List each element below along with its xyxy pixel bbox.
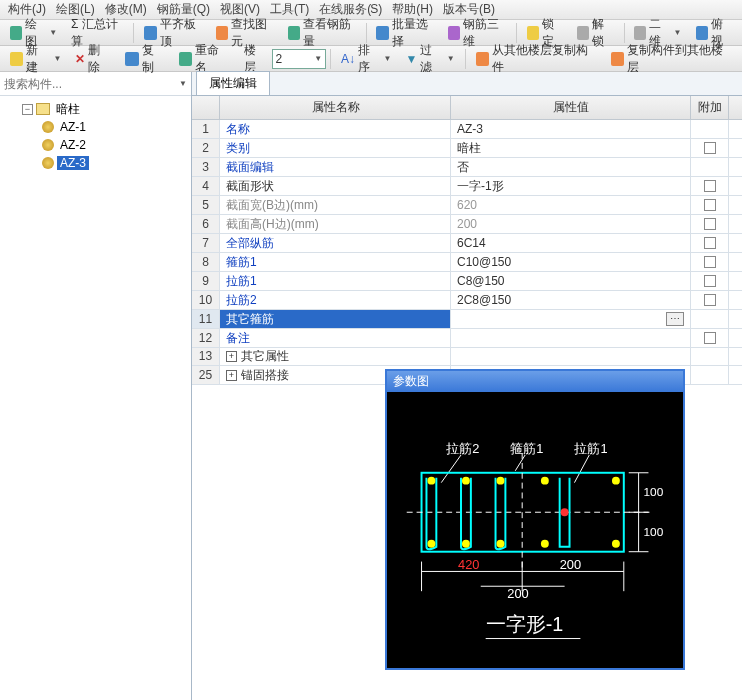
- tree-item-label: AZ-1: [57, 120, 89, 134]
- property-row[interactable]: 3截面编辑否: [192, 158, 742, 177]
- checkbox[interactable]: [704, 199, 716, 211]
- extra-cell: [691, 215, 729, 233]
- property-name: 备注: [220, 329, 451, 347]
- property-row[interactable]: 12备注: [192, 329, 742, 348]
- svg-point-13: [612, 477, 620, 485]
- svg-text:100: 100: [644, 485, 664, 499]
- property-row[interactable]: 7全部纵筋6C14: [192, 234, 742, 253]
- name-header: 属性名称: [220, 96, 451, 119]
- component-tree: − 暗柱 AZ-1 AZ-2 AZ-3: [0, 96, 191, 700]
- property-row[interactable]: 5截面宽(B边)(mm)620: [192, 196, 742, 215]
- property-value[interactable]: 6C14: [451, 234, 691, 252]
- import-icon: [476, 52, 490, 66]
- row-number: 5: [192, 196, 220, 214]
- extra-cell: [691, 348, 729, 365]
- svg-point-9: [427, 477, 435, 485]
- toolbar-item: 新建▼ ✕删除 复制 重命名 楼层 2▼ A↓排序▼ ▼过滤▼ 从其他楼层复制构…: [0, 46, 742, 72]
- property-row[interactable]: 4截面形状一字-1形: [192, 177, 742, 196]
- ellipsis-button[interactable]: ⋯: [666, 312, 684, 326]
- checkbox[interactable]: [704, 218, 716, 230]
- row-number: 6: [192, 215, 220, 233]
- checkbox[interactable]: [704, 275, 716, 287]
- extra-cell: [691, 196, 729, 214]
- svg-point-11: [497, 477, 505, 485]
- property-name: 截面高(H边)(mm): [220, 215, 451, 233]
- property-row[interactable]: 8箍筋1C10@150: [192, 253, 742, 272]
- extra-cell: [691, 366, 729, 384]
- row-number-header: [192, 96, 220, 119]
- property-value[interactable]: 200: [451, 215, 691, 233]
- property-value[interactable]: 一字-1形: [451, 177, 691, 195]
- row-number: 3: [192, 158, 220, 176]
- extra-cell: [691, 120, 729, 138]
- checkbox[interactable]: [704, 256, 716, 268]
- property-value[interactable]: 暗柱: [451, 139, 691, 157]
- extra-cell: [691, 291, 729, 309]
- property-row[interactable]: 13+其它属性: [192, 348, 742, 366]
- extra-cell: [691, 272, 729, 290]
- property-value[interactable]: [451, 348, 691, 365]
- tree-item[interactable]: AZ-1: [2, 118, 189, 136]
- checkbox[interactable]: [704, 142, 716, 154]
- row-number: 1: [192, 120, 220, 138]
- svg-text:拉筋1: 拉筋1: [574, 441, 607, 456]
- property-row[interactable]: 10拉筋22C8@150: [192, 291, 742, 310]
- tree-item[interactable]: AZ-2: [2, 136, 189, 154]
- property-value[interactable]: 2C8@150: [451, 291, 691, 309]
- row-number: 11: [192, 310, 220, 328]
- collapse-icon[interactable]: −: [22, 104, 33, 115]
- property-row[interactable]: 9拉筋1C8@150: [192, 272, 742, 291]
- checkbox[interactable]: [704, 237, 716, 249]
- value-header: 属性值: [451, 96, 691, 119]
- property-name: 全部纵筋: [220, 234, 451, 252]
- property-value[interactable]: AZ-3: [451, 120, 691, 138]
- search-bar: ▼: [0, 72, 191, 96]
- property-value[interactable]: C8@150: [451, 272, 691, 290]
- checkbox[interactable]: [704, 332, 716, 344]
- floor-select[interactable]: 2▼: [272, 49, 327, 69]
- dropdown-icon[interactable]: ▼: [179, 79, 187, 88]
- folder-icon: [36, 103, 50, 115]
- property-value[interactable]: 否: [451, 158, 691, 176]
- gear-icon: [42, 157, 54, 169]
- property-value[interactable]: 620: [451, 196, 691, 214]
- expand-icon[interactable]: +: [226, 351, 237, 362]
- row-number: 13: [192, 348, 220, 365]
- pencil-icon: [10, 26, 22, 40]
- property-name: 其它箍筋: [220, 310, 451, 328]
- property-row[interactable]: 1名称AZ-3: [192, 120, 742, 139]
- svg-point-16: [497, 540, 505, 548]
- extra-cell: [691, 329, 729, 347]
- property-value[interactable]: [451, 329, 691, 347]
- svg-line-4: [515, 455, 525, 471]
- tab-strip: 属性编辑: [192, 72, 742, 96]
- property-name: 拉筋1: [220, 272, 451, 290]
- expand-icon[interactable]: +: [226, 370, 237, 381]
- unlock-icon: [577, 26, 589, 40]
- tab-properties[interactable]: 属性编辑: [196, 71, 270, 95]
- row-number: 25: [192, 366, 220, 384]
- property-value[interactable]: ⋯: [451, 310, 691, 328]
- lock-icon: [527, 26, 539, 40]
- svg-point-19: [561, 508, 569, 516]
- new-icon: [10, 52, 23, 66]
- row-number: 4: [192, 177, 220, 195]
- copy-icon: [125, 52, 139, 66]
- property-row[interactable]: 6截面高(H边)(mm)200: [192, 215, 742, 234]
- select-icon: [376, 26, 388, 40]
- property-name: 名称: [220, 120, 451, 138]
- property-name: 拉筋2: [220, 291, 451, 309]
- property-row[interactable]: 2类别暗柱: [192, 139, 742, 158]
- row-number: 12: [192, 329, 220, 347]
- checkbox[interactable]: [704, 180, 716, 192]
- property-row[interactable]: 11其它箍筋⋯: [192, 310, 742, 329]
- tree-item[interactable]: AZ-3: [2, 154, 189, 172]
- property-value[interactable]: C10@150: [451, 253, 691, 271]
- property-name: +其它属性: [220, 348, 451, 365]
- search-input[interactable]: [4, 77, 178, 91]
- property-name: 类别: [220, 139, 451, 157]
- checkbox[interactable]: [704, 294, 716, 306]
- filter-icon: ▼: [405, 52, 417, 66]
- tree-root[interactable]: − 暗柱: [2, 100, 189, 118]
- diagram-canvas: 拉筋2 箍筋1 拉筋1: [387, 392, 683, 668]
